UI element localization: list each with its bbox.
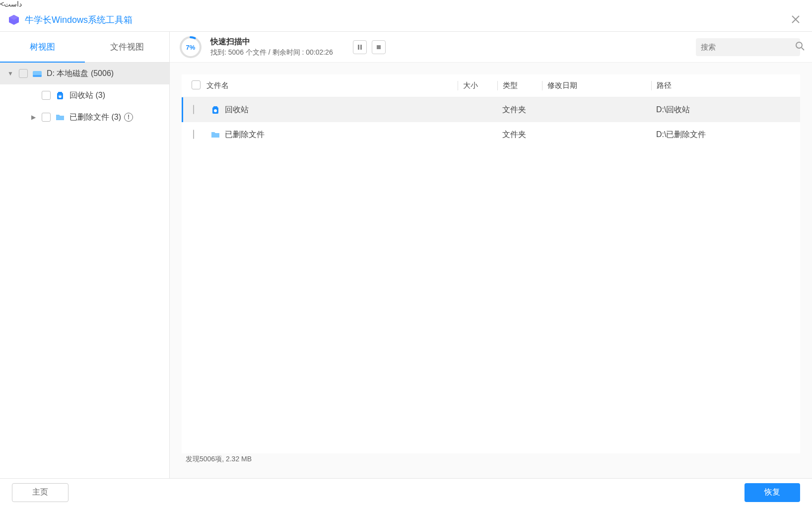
app-title: 牛学长Windows系统工具箱 <box>25 14 787 26</box>
checkbox[interactable] <box>42 113 51 122</box>
stop-button[interactable] <box>372 40 386 54</box>
folder-icon <box>210 129 221 140</box>
found-count: 5006 <box>228 48 244 56</box>
row-type: 文件夹 <box>497 105 542 115</box>
tree-item-disk[interactable]: ▼ D: 本地磁盘 (5006) <box>0 63 169 84</box>
tree-item-label: 回收站 (3) <box>69 90 105 101</box>
close-button[interactable] <box>787 11 804 29</box>
tab-tree-view[interactable]: 树视图 <box>0 32 85 62</box>
col-header-type[interactable]: 类型 <box>497 81 542 90</box>
sidebar-tabs: 树视图 文件视图 <box>0 32 169 63</box>
recover-button-label: 恢复 <box>764 487 780 498</box>
sidebar: 树视图 文件视图 ▼ D: 本地磁盘 (5006) 回收站 ( <box>0 32 170 478</box>
remaining-time: 00:02:26 <box>306 48 333 56</box>
chevron-right-icon[interactable]: ▶ <box>29 113 38 122</box>
col-header-size[interactable]: 大小 <box>458 81 497 90</box>
titlebar: 牛学长Windows系统工具箱 <box>0 8 812 32</box>
scan-info: 快速扫描中 找到: 5006 个文件 / 剩余时间 : 00:02:26 <box>210 37 333 57</box>
status-footer: 发现5006项, 2.32 MB <box>182 453 800 466</box>
recycle-bin-icon <box>210 104 221 115</box>
checkbox[interactable] <box>42 91 51 100</box>
row-checkbox[interactable] <box>193 130 194 139</box>
tree-item-label: D: 本地磁盘 (5006) <box>47 69 114 79</box>
row-name: 已删除文件 <box>225 130 265 140</box>
remaining-label: 剩余时间 : <box>272 48 304 56</box>
recycle-bin-icon <box>55 90 66 101</box>
recover-button[interactable]: 恢复 <box>744 483 800 502</box>
row-checkbox[interactable] <box>193 105 194 114</box>
svg-rect-15 <box>213 106 217 108</box>
progress-ring: 7% <box>179 35 203 59</box>
tab-file-view[interactable]: 文件视图 <box>85 32 170 62</box>
separator: / <box>269 48 272 56</box>
table-header: 文件名 大小 类型 修改日期 路径 <box>182 74 800 97</box>
col-header-name[interactable]: 文件名 <box>206 81 458 90</box>
table-wrap: 文件名 大小 类型 修改日期 路径 回收站 <box>170 63 812 478</box>
svg-point-12 <box>796 42 802 48</box>
app-logo-icon <box>8 14 20 26</box>
search-input[interactable] <box>701 43 795 51</box>
row-name: 回收站 <box>225 105 249 115</box>
found-label: 找到: <box>210 48 226 56</box>
tab-label: 文件视图 <box>110 41 144 53</box>
tree: ▼ D: 本地磁盘 (5006) 回收站 (3) ▶ <box>0 63 169 478</box>
table-row[interactable]: 回收站 文件夹 D:\回收站 <box>182 97 800 122</box>
row-path: D:\回收站 <box>651 105 790 115</box>
home-button-label: 主页 <box>32 487 48 498</box>
disk-icon <box>32 68 43 79</box>
bottom-bar: 主页 恢复 <box>0 478 812 506</box>
svg-rect-10 <box>360 45 362 50</box>
row-path: D:\已删除文件 <box>651 130 790 140</box>
svg-rect-3 <box>33 75 42 77</box>
col-header-path[interactable]: 路径 <box>651 81 790 90</box>
table-body: 回收站 文件夹 D:\回收站 已删除文件 <box>182 97 800 453</box>
col-header-date[interactable]: 修改日期 <box>542 81 651 90</box>
svg-rect-5 <box>58 92 62 93</box>
scan-controls <box>353 40 386 54</box>
tree-item-deleted[interactable]: ▶ 已删除文件 (3) ! <box>0 106 169 128</box>
checkbox[interactable] <box>19 69 28 78</box>
info-icon[interactable]: ! <box>124 113 133 122</box>
select-all-checkbox[interactable] <box>192 80 201 89</box>
svg-rect-11 <box>377 45 381 49</box>
expander-placeholder <box>29 91 38 100</box>
pause-button[interactable] <box>353 40 367 54</box>
scan-header: 7% 快速扫描中 找到: 5006 个文件 / 剩余时间 : 00:02:26 <box>170 32 812 63</box>
home-button[interactable]: 主页 <box>12 483 68 502</box>
search-icon[interactable] <box>795 41 805 53</box>
svg-line-13 <box>802 48 804 50</box>
scan-status: 找到: 5006 个文件 / 剩余时间 : 00:02:26 <box>210 48 333 57</box>
table-row[interactable]: 已删除文件 文件夹 D:\已删除文件 <box>182 122 800 147</box>
folder-icon <box>55 112 66 123</box>
scan-title: 快速扫描中 <box>210 37 333 47</box>
chevron-down-icon[interactable]: ▼ <box>6 69 15 78</box>
found-unit: 个文件 <box>246 48 267 56</box>
progress-percent: 7% <box>186 43 196 51</box>
tree-item-label: 已删除文件 (3) <box>69 112 121 123</box>
tree-item-recycle[interactable]: 回收站 (3) <box>0 84 169 106</box>
content-area: 7% 快速扫描中 找到: 5006 个文件 / 剩余时间 : 00:02:26 <box>170 32 812 478</box>
row-type: 文件夹 <box>497 130 542 140</box>
tab-label: 树视图 <box>30 41 55 53</box>
svg-point-16 <box>214 109 217 112</box>
search-box[interactable] <box>696 38 800 56</box>
svg-rect-9 <box>358 45 359 50</box>
file-table: 文件名 大小 类型 修改日期 路径 回收站 <box>182 74 800 453</box>
